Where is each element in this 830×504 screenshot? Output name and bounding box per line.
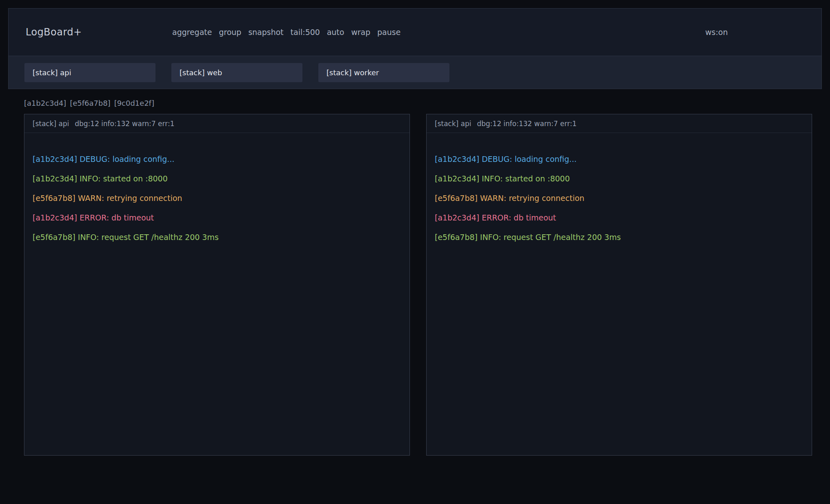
log-line: [e5f6a7b8] WARN: retrying connection bbox=[33, 188, 401, 208]
panel-stats: dbg:12 info:132 warn:7 err:1 bbox=[477, 120, 577, 128]
stack-tab-api[interactable]: [stack] api bbox=[24, 63, 155, 82]
toolbar-item-wrap[interactable]: wrap bbox=[351, 28, 370, 37]
trace-id-chip: [e5f6a7b8] bbox=[70, 99, 111, 107]
ws-status[interactable]: ws:on bbox=[705, 28, 728, 37]
log-panels: [stack] api dbg:12 info:132 warn:7 err:1… bbox=[24, 114, 812, 456]
panel-title: [stack] api bbox=[435, 120, 471, 128]
toolbar-item-tail[interactable]: tail:500 bbox=[291, 28, 320, 37]
toolbar-item-pause[interactable]: pause bbox=[377, 28, 401, 37]
log-line: [a1b2c3d4] DEBUG: loading config... bbox=[435, 149, 804, 169]
log-panel-right: [stack] api dbg:12 info:132 warn:7 err:1… bbox=[426, 114, 812, 456]
trace-id-chip: [9c0d1e2f] bbox=[114, 99, 154, 107]
toolbar-item-snapshot[interactable]: snapshot bbox=[248, 28, 284, 37]
stack-tab-row: [stack] api [stack] web [stack] worker bbox=[9, 56, 821, 89]
log-panel-left: [stack] api dbg:12 info:132 warn:7 err:1… bbox=[24, 114, 410, 456]
toolbar-item-aggregate[interactable]: aggregate bbox=[172, 28, 212, 37]
log-line: [a1b2c3d4] DEBUG: loading config... bbox=[33, 149, 401, 169]
panel-header: [stack] api dbg:12 info:132 warn:7 err:1 bbox=[427, 114, 812, 133]
log-line: [a1b2c3d4] ERROR: db timeout bbox=[435, 208, 804, 227]
log-line: [a1b2c3d4] INFO: started on :8000 bbox=[33, 169, 401, 188]
log-line: [e5f6a7b8] WARN: retrying connection bbox=[435, 188, 804, 208]
log-scroll-area[interactable]: [a1b2c3d4] DEBUG: loading config... [a1b… bbox=[24, 133, 410, 455]
log-line: [e5f6a7b8] INFO: request GET /healthz 20… bbox=[33, 227, 401, 247]
toolbar-item-auto[interactable]: auto bbox=[327, 28, 344, 37]
toolbar: aggregate group snapshot tail:500 auto w… bbox=[172, 28, 401, 37]
top-shell: LogBoard+ aggregate group snapshot tail:… bbox=[8, 8, 822, 89]
log-line: [a1b2c3d4] ERROR: db timeout bbox=[33, 208, 401, 227]
stack-tab-web[interactable]: [stack] web bbox=[171, 63, 302, 82]
panel-stats: dbg:12 info:132 warn:7 err:1 bbox=[75, 120, 175, 128]
stack-tab-worker[interactable]: [stack] worker bbox=[318, 63, 449, 82]
log-scroll-area[interactable]: [a1b2c3d4] DEBUG: loading config... [a1b… bbox=[427, 133, 812, 455]
log-line: [e5f6a7b8] INFO: request GET /healthz 20… bbox=[435, 227, 804, 247]
title-bar: LogBoard+ aggregate group snapshot tail:… bbox=[9, 9, 821, 56]
panel-header: [stack] api dbg:12 info:132 warn:7 err:1 bbox=[24, 114, 410, 133]
app-title: LogBoard+ bbox=[26, 26, 82, 38]
trace-id-chip: [a1b2c3d4] bbox=[24, 99, 66, 107]
toolbar-item-group[interactable]: group bbox=[219, 28, 241, 37]
trace-id-line: [a1b2c3d4] [e5f6a7b8] [9c0d1e2f] bbox=[24, 99, 154, 107]
log-line: [a1b2c3d4] INFO: started on :8000 bbox=[435, 169, 804, 188]
panel-title: [stack] api bbox=[33, 120, 69, 128]
